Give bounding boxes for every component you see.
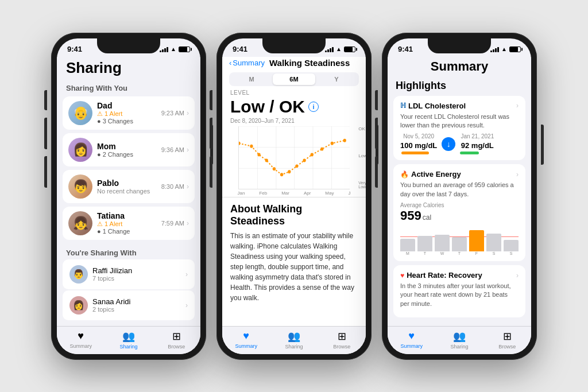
svg-point-12 — [273, 167, 276, 170]
svg-point-8 — [239, 141, 241, 145]
heart-rate-title-text: Heart Rate: Recovery — [407, 271, 482, 280]
svg-point-10 — [257, 153, 260, 156]
signal-icon-p2 — [325, 46, 334, 52]
cal-bar-t2 — [452, 237, 467, 251]
avatar-dad: 👴 — [68, 101, 92, 125]
sharing-icon-p2: 👥 — [288, 330, 300, 343]
hl-screen: Summary Highlights ℍ LDL Cholesterol › Y… — [388, 57, 531, 354]
seg-y[interactable]: Y — [315, 73, 358, 85]
x-jan: Jan — [237, 191, 245, 196]
level-value: Low / OK i — [222, 96, 366, 118]
chevron-energy: › — [516, 170, 519, 178]
tab-summary-p2[interactable]: ♥ Summary — [222, 330, 270, 350]
browse-icon-p1: ⊞ — [172, 330, 181, 343]
avatar-raffi: 👨 — [69, 265, 88, 284]
back-chevron-icon: ‹ — [229, 59, 231, 67]
person-card-mom[interactable]: 👩 Mom ● 2 Changes 9:36 AM › — [63, 133, 195, 166]
back-label: Summary — [233, 59, 265, 67]
person-time-pablo: 8:30 AM — [161, 183, 184, 190]
day-s2: S — [504, 251, 519, 255]
tab-browse-p3[interactable]: ⊞ Browse — [483, 330, 531, 350]
about-title: About Walking Steadiness — [230, 203, 358, 227]
person-no-changes-pablo: No recent changes — [97, 188, 157, 195]
avatar-sanaa: 👩 — [69, 296, 88, 315]
battery-icon — [179, 46, 190, 52]
chevron-pablo: › — [187, 183, 189, 191]
svg-point-15 — [295, 164, 298, 168]
sharing-with-you-header: Sharing With You — [57, 80, 200, 95]
tab-browse-p2[interactable]: ⊞ Browse — [318, 330, 366, 350]
sharing-label-p1: Sharing — [119, 344, 137, 350]
person-card-dad[interactable]: 👴 Dad ⚠ 1 Alert ● 3 Changes 9:23 AM › — [63, 96, 195, 130]
person-card-pablo[interactable]: 👦 Pablo No recent changes 8:30 AM › — [63, 170, 195, 203]
cal-title: Average Calories — [400, 202, 519, 208]
tab-sharing-p3[interactable]: 👥 Sharing — [435, 330, 483, 350]
chevron-sanaa: › — [185, 301, 188, 309]
ldl-val-new: 92 mg/dL — [461, 141, 494, 150]
notch-p3 — [428, 38, 491, 53]
topics-sanaa: 2 topics — [92, 306, 181, 313]
hl-page-title: Summary — [388, 57, 531, 77]
scene: 9:41 ▲ Sharing Sharing With You 👴 Dad ⚠ — [40, 21, 548, 371]
tab-bar-p2: ♥ Summary 👥 Sharing ⊞ Browse — [222, 326, 366, 354]
level-label: LEVEL — [222, 88, 366, 96]
wifi-icon: ▲ — [171, 46, 176, 52]
summary-label-p3: Summary — [400, 343, 423, 349]
sharing-label-p3: Sharing — [450, 344, 468, 350]
notch — [97, 38, 160, 53]
level-text: Low / OK — [230, 97, 305, 117]
person-right-dad: 9:23 AM › — [161, 109, 189, 117]
ldl-card[interactable]: ℍ LDL Cholesterol › Your recent LDL Chol… — [393, 96, 525, 161]
person-name-dad: Dad — [97, 101, 157, 110]
svg-point-19 — [331, 141, 334, 145]
svg-point-18 — [320, 147, 323, 150]
phone-walking: 9:41 ▲ ‹ Summary Walking Steadiness — [216, 33, 372, 360]
person-info-dad: Dad ⚠ 1 Alert ● 3 Changes — [97, 101, 157, 125]
person-alert-dad: ⚠ 1 Alert — [97, 110, 157, 118]
ldl-date-old: Nov 5, 2020 — [403, 133, 434, 139]
browse-label-p2: Browse — [333, 344, 350, 350]
energy-card[interactable]: 🔥 Active Energy › You burned an average … — [393, 164, 525, 261]
signal-icon-p3 — [490, 46, 499, 52]
cal-bar-m — [400, 239, 415, 252]
tab-browse-p1[interactable]: ⊞ Browse — [153, 330, 200, 350]
person-right-pablo: 8:30 AM › — [161, 183, 189, 191]
status-icons-p3: ▲ — [490, 46, 521, 52]
browse-icon-p3: ⊞ — [503, 330, 512, 343]
x-mar: Mar — [281, 191, 289, 196]
y-label-verylow: VeryLow — [358, 181, 366, 189]
ldl-title: ℍ LDL Cholesterol — [400, 102, 466, 110]
tab-summary-p1[interactable]: ♥ Summary — [57, 330, 105, 350]
chevron-raffi: › — [185, 270, 188, 278]
person-time-tatiana: 7:59 AM — [161, 220, 184, 227]
person-time-mom: 9:36 AM — [161, 146, 184, 153]
youre-sharing-header: You're Sharing With — [57, 245, 200, 259]
day-w: W — [435, 251, 450, 255]
cal-labels: M T W T F S S — [400, 251, 519, 255]
signal-icon — [160, 46, 168, 52]
person-card-tatiana[interactable]: 👧 Tatiana ⚠ 1 Alert ● 1 Change 7:59 AM › — [63, 207, 195, 240]
heart-rate-card[interactable]: ♥ Heart Rate: Recovery › In the 3 minute… — [393, 265, 525, 317]
tab-sharing-p1[interactable]: 👥 Sharing — [105, 330, 152, 350]
wifi-icon-p3: ▲ — [501, 46, 507, 52]
svg-point-13 — [280, 173, 283, 176]
heart-rate-icon: ♥ — [400, 271, 404, 280]
chevron-ldl: › — [516, 102, 519, 110]
heart-rate-text: In the 3 minutes after your last workout… — [400, 282, 519, 308]
chart-y-labels: OK Low VeryLow — [358, 126, 366, 189]
sharing-person-sanaa[interactable]: 👩 Sanaa Aridi 2 topics › — [63, 290, 195, 320]
info-icon[interactable]: i — [308, 102, 319, 112]
highlights-section-title: Highlights — [388, 77, 531, 94]
back-button[interactable]: ‹ Summary — [229, 59, 265, 67]
ldl-bar-old-container — [401, 152, 436, 154]
seg-m[interactable]: M — [230, 73, 273, 85]
tab-summary-p3[interactable]: ♥ Summary — [388, 330, 435, 350]
seg-6m[interactable]: 6M — [273, 73, 315, 85]
name-raffi: Raffi Jilizian — [92, 266, 181, 275]
sharing-person-raffi[interactable]: 👨 Raffi Jilizian 7 topics › — [63, 259, 195, 289]
tab-bar-p1: ♥ Summary 👥 Sharing ⊞ Browse — [57, 326, 200, 354]
person-alert-tatiana: ⚠ 1 Alert — [97, 220, 157, 228]
sharing-icon-p1: 👥 — [122, 330, 135, 343]
tab-sharing-p2[interactable]: 👥 Sharing — [270, 330, 318, 350]
heart-rate-title: ♥ Heart Rate: Recovery — [400, 271, 482, 280]
